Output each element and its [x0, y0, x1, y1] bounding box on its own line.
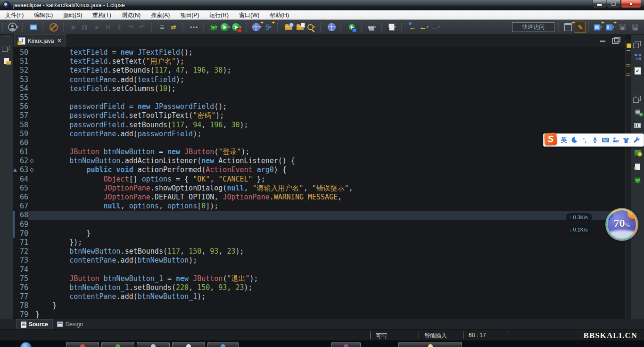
dropdown-caret-icon[interactable]: ▾ — [438, 25, 440, 29]
code-line[interactable]: 50 textField = new JTextField(); — [13, 48, 625, 57]
palette-button[interactable] — [632, 120, 644, 131]
link-with-editor-button[interactable]: ⇄ — [168, 22, 179, 33]
windows-taskbar[interactable] — [0, 340, 644, 347]
code-line[interactable]: 55 — [13, 93, 625, 102]
code-line[interactable]: 53 contentPane.add(textField); — [13, 75, 625, 84]
code-line[interactable]: 51 textField.setText("用户名"); — [13, 57, 625, 66]
menu-item[interactable]: 文件(F) — [0, 10, 29, 20]
java-perspective-button[interactable]: ✎ — [575, 22, 586, 33]
menu-item[interactable]: 重构(T) — [87, 10, 116, 20]
run-button[interactable]: ▾ — [220, 22, 231, 33]
night-mode-icon[interactable] — [569, 135, 579, 145]
new-wizard-button[interactable]: +▾ — [592, 22, 603, 33]
export-button[interactable]: ↑▾ — [387, 22, 398, 33]
code-line[interactable]: 78 } — [13, 301, 625, 310]
minimize-view-button[interactable] — [600, 41, 605, 42]
start-button[interactable] — [20, 342, 32, 347]
ruler-mark[interactable] — [627, 50, 630, 51]
language-toggle-button[interactable]: 英 — [559, 135, 569, 145]
code-line[interactable]: 54 textField.setColumns(10); — [13, 84, 625, 93]
breakpoints-button[interactable]: ●●● — [188, 22, 199, 33]
voice-input-icon[interactable] — [590, 135, 600, 145]
punctuation-icon[interactable]: ’, — [579, 135, 590, 145]
editor-tab-kinux[interactable]: Kinux.java ✕ — [14, 34, 66, 47]
ruler-mark[interactable] — [627, 43, 631, 48]
taskbar-button[interactable] — [207, 342, 239, 347]
dropdown-caret-icon[interactable]: ▾ — [228, 25, 230, 29]
taskbar-button[interactable] — [172, 342, 205, 347]
maximize-view-button[interactable] — [612, 38, 619, 44]
fold-toggle-icon[interactable] — [30, 168, 33, 172]
web-browser-button[interactable] — [326, 22, 337, 33]
menu-item[interactable]: 项目(P) — [175, 10, 204, 20]
debug-button[interactable]: ▾ — [208, 22, 220, 33]
restore-window-button[interactable]: ❒ — [607, 0, 620, 8]
code-line[interactable]: 52 textField.setBounds(117, 47, 196, 30)… — [13, 66, 625, 75]
dropdown-caret-icon[interactable]: ▾ — [374, 25, 376, 29]
code-line[interactable]: 70 } — [13, 229, 625, 238]
user-profile-button[interactable]: ▾ — [8, 22, 19, 33]
code-line[interactable]: 57 passwordField.setToolTipText("密码"); — [13, 111, 625, 120]
skin-tshirt-icon[interactable] — [621, 135, 631, 145]
code-line[interactable]: 74 — [13, 265, 625, 274]
menu-item[interactable]: 窗口(W) — [234, 10, 264, 20]
code-line[interactable]: 76 btnNewButton_1.setBounds(220, 150, 93… — [13, 283, 625, 292]
code-editor[interactable]: 50 textField = new JTextField();51 textF… — [13, 47, 625, 319]
close-tab-icon[interactable]: ✕ — [57, 38, 61, 44]
problems-button[interactable]: ≣✓ — [632, 107, 644, 117]
tab-design[interactable]: Design — [53, 319, 87, 329]
tab-source[interactable]: Source — [16, 319, 53, 330]
console-button[interactable]: ≡ — [157, 22, 168, 33]
quick-access-box[interactable]: 快速访问 — [512, 22, 554, 32]
back-button[interactable]: ←▾ — [418, 22, 429, 33]
code-line[interactable]: 68 — [13, 211, 625, 220]
code-line[interactable]: 69 — [13, 220, 625, 229]
close-window-button[interactable]: ✕ — [621, 0, 641, 8]
code-line[interactable]: 75 JButton btnNewButton_1 = new JButton(… — [13, 274, 625, 283]
taskbar-button[interactable] — [137, 342, 170, 347]
mark-occurrences-button[interactable] — [48, 22, 59, 33]
open-perspective-button[interactable]: + — [562, 22, 574, 33]
code-line[interactable]: 56 passwordField = new JPasswordField(); — [13, 102, 625, 111]
snippets-button[interactable] — [632, 161, 644, 172]
new-server-button[interactable]: +▾ — [251, 22, 263, 33]
overview-ruler[interactable] — [625, 40, 631, 319]
restore-views-button[interactable] — [632, 38, 644, 49]
menu-item[interactable]: 浏览(N) — [116, 10, 146, 20]
menu-item[interactable]: 运行(R) — [204, 10, 234, 20]
code-line[interactable]: 65 JOptionPane.showOptionDialog(null, "请… — [13, 184, 625, 193]
menu-item[interactable]: 编辑(E) — [29, 10, 58, 20]
package-explorer-button[interactable] — [1, 56, 12, 66]
fold-toggle-icon[interactable] — [30, 159, 33, 163]
open-type-button[interactable] — [294, 22, 305, 33]
ruler-mark[interactable] — [627, 64, 630, 66]
import-button[interactable]: ↓▾ — [366, 22, 378, 33]
code-line[interactable]: 71 }); — [13, 238, 625, 247]
code-line[interactable]: 63 public void actionPerformed(ActionEve… — [13, 165, 625, 174]
properties-button[interactable] — [632, 148, 644, 158]
restore-views-button[interactable] — [1, 42, 12, 52]
new-java-element-button[interactable]: +▾ — [604, 22, 616, 33]
code-line[interactable]: 79} — [13, 310, 625, 319]
search-button[interactable]: ▾ — [305, 22, 317, 33]
type-hierarchy-button[interactable] — [632, 52, 644, 62]
code-line[interactable]: 60 — [13, 139, 625, 148]
sogou-input-toolbar[interactable]: S 英 ’, 35 — [543, 133, 644, 147]
ruler-mark[interactable] — [627, 74, 630, 76]
memory-usage-ball[interactable]: 70% — [606, 209, 637, 240]
minimize-window-button[interactable]: ▬ — [593, 0, 606, 8]
code-line[interactable]: 72 btnNewButton.setBounds(117, 150, 93, … — [13, 247, 625, 256]
coverage-button[interactable]: ▾ — [231, 22, 242, 33]
sogou-logo-icon[interactable]: S — [544, 132, 557, 146]
code-line[interactable]: 73 contentPane.add(btnNewButton); — [13, 256, 625, 265]
external-tools-button[interactable] — [346, 22, 357, 33]
remote-system-button[interactable] — [28, 22, 39, 33]
code-line[interactable]: 59 contentPane.add(passwordField); — [13, 130, 625, 139]
code-line[interactable]: 77 contentPane.add(btnNewButton_1); — [13, 292, 625, 301]
taskbar-button[interactable] — [398, 342, 462, 347]
net-speed-widget[interactable]: ↑ 0.3K/s ↓ 0.1K/s 70% — [566, 209, 641, 241]
menu-item[interactable]: 搜索(A) — [146, 10, 175, 20]
last-edit-location-button[interactable]: ← — [407, 22, 418, 33]
dropdown-caret-icon[interactable]: ▾ — [394, 25, 396, 29]
code-line[interactable]: 64 Object[] options = { "OK", "CANCEL" }… — [13, 175, 625, 184]
